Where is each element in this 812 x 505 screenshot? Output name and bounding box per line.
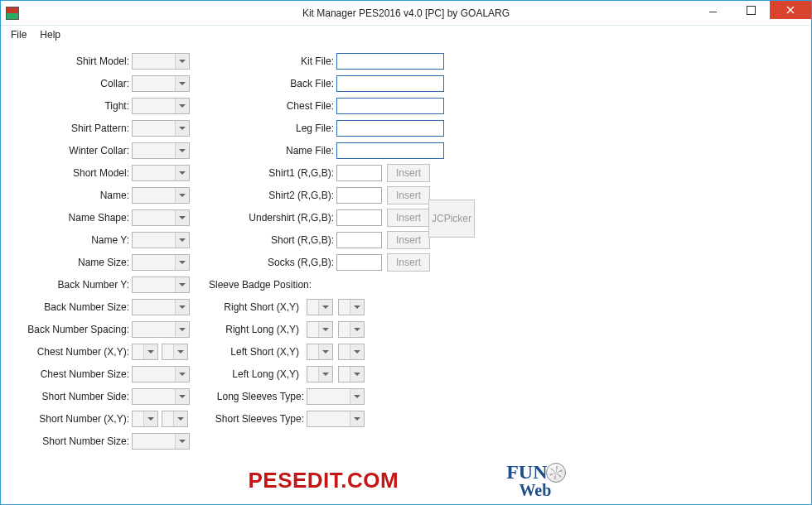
label-name-file: Name File: — [204, 145, 336, 156]
combo-right-long-x[interactable] — [307, 321, 333, 338]
label-back-file: Back File: — [204, 78, 336, 89]
insert-undershirt-button[interactable]: Insert — [387, 209, 430, 227]
combo-left-long-x[interactable] — [307, 366, 333, 382]
label-name-shape: Name Shape: — [1, 212, 132, 224]
label-shirt2-rgb: Shirt2 (R,G,B): — [204, 190, 336, 201]
combo-name[interactable] — [132, 187, 190, 204]
insert-shirt2-button[interactable]: Insert — [387, 186, 430, 204]
combo-right-short-x[interactable] — [307, 299, 333, 315]
label-shirt-pattern: Shirt Pattern: — [1, 123, 132, 134]
combo-left-long-y[interactable] — [338, 366, 365, 382]
label-long-sleeves-type: Long Sleeves Type: — [204, 391, 307, 402]
chevron-down-icon — [173, 344, 187, 359]
combo-chest-number-size[interactable] — [132, 366, 190, 382]
chevron-down-icon — [350, 344, 364, 359]
combo-chest-number-y[interactable] — [162, 344, 188, 360]
label-leg-file: Leg File: — [204, 123, 336, 134]
combo-shirt-pattern[interactable] — [132, 120, 190, 137]
insert-short-button[interactable]: Insert — [387, 231, 430, 249]
funweb-text-fun: FUN — [506, 464, 547, 482]
chevron-down-icon — [175, 233, 189, 248]
combo-back-number-y[interactable] — [132, 277, 190, 293]
combo-name-shape[interactable] — [132, 209, 190, 226]
chevron-down-icon — [175, 277, 189, 292]
label-short-number-size: Short Number Size: — [1, 435, 132, 447]
combo-short-number-side[interactable] — [132, 388, 190, 405]
label-name: Name: — [1, 190, 132, 201]
chevron-down-icon — [318, 322, 332, 337]
chevron-down-icon — [318, 300, 332, 315]
combo-left-short-y[interactable] — [338, 344, 365, 360]
chevron-down-icon — [175, 188, 189, 203]
combo-name-size[interactable] — [132, 254, 190, 271]
input-kit-file[interactable] — [336, 53, 444, 70]
jcpicker-button[interactable]: JCPicker — [428, 200, 475, 238]
combo-right-short-y[interactable] — [338, 299, 365, 315]
combo-short-number-y[interactable] — [162, 411, 188, 427]
app-icon — [6, 7, 19, 20]
label-chest-number-xy: Chest Number (X,Y): — [1, 346, 132, 358]
soccer-ball-icon — [546, 463, 566, 483]
combo-tight[interactable] — [132, 98, 190, 114]
label-collar: Collar: — [1, 78, 132, 89]
chevron-down-icon — [175, 143, 189, 158]
menu-help[interactable]: Help — [33, 27, 67, 42]
chevron-down-icon — [175, 166, 189, 180]
pesedit-logo: PESEDIT.COM — [248, 468, 399, 493]
input-shirt2-rgb[interactable] — [336, 187, 382, 204]
input-chest-file[interactable] — [336, 98, 444, 114]
chevron-down-icon — [350, 322, 364, 337]
input-shirt1-rgb[interactable] — [336, 165, 382, 181]
minimize-button[interactable] — [694, 1, 732, 19]
combo-short-number-x[interactable] — [132, 411, 158, 427]
label-winter-collar: Winter Collar: — [1, 145, 132, 156]
label-sleeve-badge: Sleeve Badge Position: — [204, 279, 336, 291]
label-back-number-spacing: Back Number Spacing: — [1, 324, 132, 335]
chevron-down-icon — [175, 210, 189, 225]
combo-short-sleeves-type[interactable] — [307, 411, 365, 427]
menu-file[interactable]: File — [4, 27, 33, 42]
logo-area: PESEDIT.COM FUN Web — [1, 461, 811, 499]
chevron-down-icon — [143, 411, 157, 426]
insert-socks-button[interactable]: Insert — [387, 253, 430, 272]
menubar: File Help — [1, 26, 811, 44]
input-leg-file[interactable] — [336, 120, 444, 137]
combo-chest-number-x[interactable] — [132, 344, 158, 360]
combo-long-sleeves-type[interactable] — [307, 388, 365, 405]
combo-shirt-model[interactable] — [132, 53, 190, 70]
input-back-file[interactable] — [336, 75, 444, 92]
combo-short-model[interactable] — [132, 165, 190, 181]
maximize-button[interactable] — [732, 1, 770, 19]
label-shirt1-rgb: Shirt1 (R,G,B): — [204, 167, 336, 179]
window-title: Kit Manager PES2016 v4.0 [PC] by GOALARG — [1, 7, 811, 19]
chevron-down-icon — [175, 322, 189, 337]
combo-back-number-size[interactable] — [132, 299, 190, 315]
label-left-long: Left Long (X,Y) — [204, 368, 302, 380]
input-short-rgb[interactable] — [336, 232, 382, 248]
input-socks-rgb[interactable] — [336, 254, 382, 271]
combo-winter-collar[interactable] — [132, 142, 190, 159]
combo-back-number-spacing[interactable] — [132, 321, 190, 338]
insert-shirt1-button[interactable]: Insert — [387, 164, 430, 182]
label-right-long: Right Long (X,Y) — [204, 324, 302, 335]
input-undershirt-rgb[interactable] — [336, 209, 382, 226]
funweb-logo: FUN Web — [506, 463, 563, 498]
label-back-number-size: Back Number Size: — [1, 301, 132, 313]
chevron-down-icon — [175, 54, 189, 69]
combo-collar[interactable] — [132, 75, 190, 92]
input-name-file[interactable] — [336, 142, 444, 159]
chevron-down-icon — [175, 367, 189, 382]
label-shirt-model: Shirt Model: — [1, 55, 132, 67]
combo-left-short-x[interactable] — [307, 344, 333, 360]
chevron-down-icon — [350, 411, 364, 426]
combo-name-y[interactable] — [132, 232, 190, 248]
combo-short-number-size[interactable] — [132, 433, 190, 450]
label-right-short: Right Short (X,Y) — [204, 301, 302, 313]
close-button[interactable] — [770, 1, 811, 19]
label-chest-file: Chest File: — [204, 100, 336, 112]
combo-right-long-y[interactable] — [338, 321, 365, 338]
label-back-number-y: Back Number Y: — [1, 279, 132, 291]
chevron-down-icon — [318, 344, 332, 359]
chevron-down-icon — [175, 99, 189, 113]
label-short-rgb: Short (R,G,B): — [204, 234, 336, 246]
